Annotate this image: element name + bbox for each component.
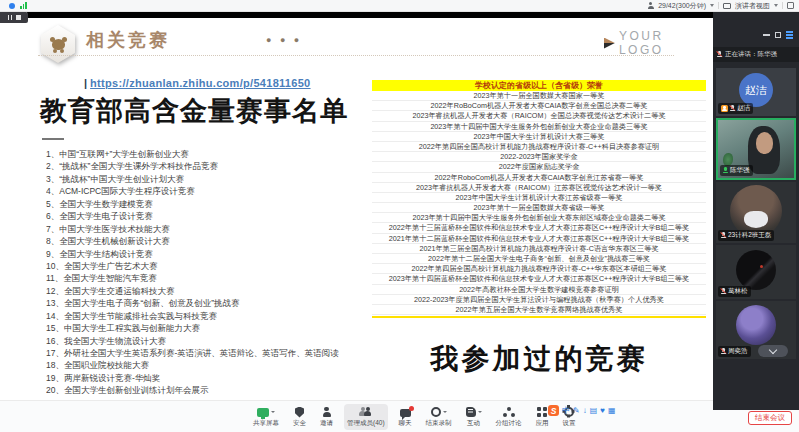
stop-record-button[interactable]: 结束录制 xyxy=(423,404,455,430)
restore-icon[interactable] xyxy=(775,32,781,38)
competition-item: 3、“挑战杯”中国大学生创业计划大赛 xyxy=(46,173,372,185)
competition-item: 15、中国大学生工程实践与创新能力大赛 xyxy=(46,322,372,334)
mic-on-icon xyxy=(723,167,728,174)
stop-recording-icon[interactable] xyxy=(16,15,21,20)
chevron-up-icon[interactable] xyxy=(478,411,482,413)
participants-panel: 正在讲话：陈华强 赵洁 赵洁 陈华强 23计科2班王磊 xyxy=(713,11,799,410)
avatar: 赵洁 xyxy=(739,73,773,107)
group-icon xyxy=(503,407,515,418)
meeting-window: 29/42(300分钟) 演讲者视图 相关竞赛 ● ● ● YOUR LOGO … xyxy=(0,0,799,432)
video-tile[interactable]: 23计科2班王磊 xyxy=(716,182,796,243)
video-tile-active-speaker[interactable]: 陈华强 xyxy=(716,118,796,180)
header-divider xyxy=(38,55,674,56)
participant-name: 葛林松 xyxy=(728,287,748,296)
avatar xyxy=(736,305,776,345)
speaking-label: 正在讲话：陈华强 xyxy=(725,50,777,59)
award-row: 2022-2023年国家奖学金 xyxy=(372,152,706,162)
shared-screen-area: 相关竞赛 ● ● ● YOUR LOGO |https://zhuanlan.z… xyxy=(0,11,713,400)
competition-item: 13、全国大学生电子商务“创新、创意及创业”挑战赛 xyxy=(46,297,372,309)
view-mode-selector[interactable]: 演讲者视图 xyxy=(735,1,770,11)
top-left-status-icons xyxy=(9,1,27,9)
share-screen-button[interactable]: 共享屏幕 xyxy=(250,404,282,430)
mic-muted-icon xyxy=(721,288,726,295)
divider xyxy=(718,2,719,9)
award-row: 2022年RoBoCom机器人开发者大赛CAIA数字创意全国总决赛二等奖 xyxy=(372,101,706,111)
award-row: 2023年第十四届中国大学生服务外包创新创业大赛企业命题类三等奖 xyxy=(372,122,706,132)
chevron-down-icon[interactable] xyxy=(710,4,714,7)
host-badge-icon xyxy=(721,105,728,112)
interaction-button[interactable]: 互动 xyxy=(463,404,485,430)
collapse-panel-button[interactable] xyxy=(758,345,788,357)
ime-pen-icon[interactable]: ✎ xyxy=(573,405,580,416)
video-tile[interactable]: 葛林松 xyxy=(716,245,796,299)
competition-item: 6、全国大学生电子设计竞赛 xyxy=(46,210,372,222)
award-row: 2023年睿抗机器人开发者大赛（RAICOM）江苏赛区视觉传达艺术设计一等奖 xyxy=(372,183,706,193)
awards-table: 学校认定的省级以上（含省级）荣誉 2023年第十一届全国数媒大赛国家一等奖202… xyxy=(372,80,706,318)
record-icon xyxy=(431,407,441,417)
slide-header-title: 相关竞赛 xyxy=(86,28,170,52)
shield-icon xyxy=(295,407,304,418)
competition-item: 18、全国职业院校技能大赛 xyxy=(46,359,372,371)
ime-favorite-icon[interactable]: ♥ xyxy=(600,405,605,416)
security-button[interactable]: 安全 xyxy=(290,404,309,430)
award-row: 2023年中国大学生计算机设计大赛江苏省级赛一等奖 xyxy=(372,193,706,203)
competition-item: 7、中国大学生医学技术技能大赛 xyxy=(46,223,372,235)
minimize-icon[interactable] xyxy=(763,34,770,36)
award-row: 2022年度国家励志奖学金 xyxy=(372,162,706,172)
toolbar-label: 分组讨论 xyxy=(496,419,522,428)
mic-muted-icon xyxy=(717,51,722,58)
person-icon xyxy=(322,407,332,418)
award-row: 2023年第十一届全国数媒大赛国家一等奖 xyxy=(372,91,706,101)
competition-item: 20、全国大学生创新创业训练计划年会展示 xyxy=(46,384,372,396)
slide-header-dots: ● ● ● xyxy=(266,35,302,45)
layout-view-icon xyxy=(723,3,731,9)
name-chip: 赵洁 xyxy=(718,103,753,114)
mic-muted-icon xyxy=(730,105,735,112)
toolbar-label: 安全 xyxy=(293,419,306,428)
input-method-tray: S 中 ✎ ↓ ▤ ♥ ▦ xyxy=(548,405,616,416)
slide-main-title: 教育部高含金量赛事名单 xyxy=(40,93,348,129)
speaking-indicator: 正在讲话：陈华强 xyxy=(713,47,799,62)
award-row: 2021年第三届全国高校计算机能力挑战赛程序设计赛-C语言华东赛区三等奖 xyxy=(372,244,706,254)
award-row: 2022年第五届全国大学生数学竞赛网络挑战赛优秀奖 xyxy=(372,305,706,315)
chevron-up-icon[interactable] xyxy=(271,411,275,413)
manage-members-button[interactable]: 管理成员(40) xyxy=(344,404,388,430)
chevron-up-icon[interactable] xyxy=(443,411,447,413)
competition-item: 17、外研社全国大学生英语系列赛-英语演讲、英语辩论、英语写作、英语阅读 xyxy=(46,347,372,359)
end-meeting-button[interactable]: 结束会议 xyxy=(748,411,792,425)
toolbar-label: 应用 xyxy=(536,419,549,428)
apps-grid-icon xyxy=(537,407,547,417)
competition-item: 16、我全国大学生物流设计大赛 xyxy=(46,335,372,347)
award-row: 2022-2023年度第四届全国大学生算法设计与编程挑战赛（秋季赛）个人优秀奖 xyxy=(372,295,706,305)
sogou-ime-icon[interactable]: S xyxy=(548,405,559,416)
invite-button[interactable]: 邀请 xyxy=(317,404,336,430)
security-status-icon xyxy=(9,3,15,9)
award-row: 2023年中国大学生计算机设计大赛三等奖 xyxy=(372,132,706,142)
ime-chinese-mode-icon[interactable]: 中 xyxy=(562,405,570,416)
bear-badge-icon xyxy=(52,39,65,50)
name-chip: 23计科2班王磊 xyxy=(718,230,774,241)
chat-button[interactable]: 聊天 xyxy=(396,404,415,430)
participants-count[interactable]: 29/42(300分钟) xyxy=(658,1,706,11)
title-underline xyxy=(42,138,64,140)
chat-unread-badge xyxy=(409,406,414,411)
competition-item: 11、全国大学生智能汽车竞赛 xyxy=(46,272,372,284)
competition-item: 14、全国大学生节能减排社会实践与科技竞赛 xyxy=(46,310,372,322)
competition-item: 9、全国大学生结构设计竞赛 xyxy=(46,248,372,260)
ime-keyboard-icon[interactable]: ▤ xyxy=(590,405,598,416)
competition-item: 1、中国“互联网+”大学生创新创业大赛 xyxy=(46,148,372,160)
chevron-down-icon[interactable] xyxy=(774,4,778,7)
fullscreen-icon[interactable] xyxy=(787,2,794,9)
toolbar-label: 聊天 xyxy=(399,419,412,428)
award-row: 2023年第十四届中国大学生服务外包创新创业大赛东部区域赛企业命题类二等奖 xyxy=(372,213,706,223)
pause-recording-icon[interactable] xyxy=(8,15,13,20)
award-row: 2022年高教社杯全国大学生数学建模竞赛参赛证明 xyxy=(372,285,706,295)
divider xyxy=(782,2,783,9)
competition-item: 19、两岸新锐设计竞赛-华灿奖 xyxy=(46,372,372,384)
ime-download-icon[interactable]: ↓ xyxy=(583,405,587,416)
video-tile-host[interactable]: 赵洁 赵洁 xyxy=(716,68,796,116)
breakout-rooms-button[interactable]: 分组讨论 xyxy=(493,404,525,430)
awards-header: 学校认定的省级以上（含省级）荣誉 xyxy=(372,80,706,91)
ime-toolbox-icon[interactable]: ▦ xyxy=(608,405,616,416)
layout-list-icon[interactable] xyxy=(786,31,793,39)
